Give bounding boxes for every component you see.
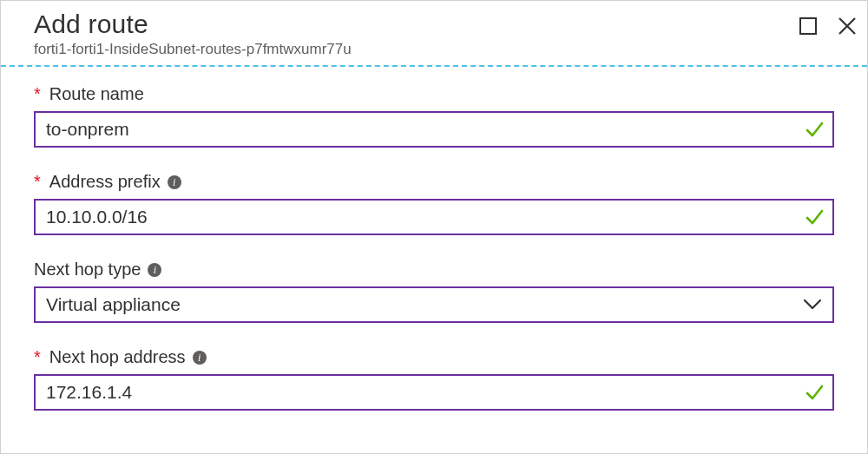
info-icon[interactable]: i [148, 263, 161, 277]
next-hop-type-value: Virtual appliance [46, 294, 181, 315]
next-hop-address-label: * Next hop address i [34, 347, 834, 367]
route-name-label-text: Route name [49, 84, 144, 104]
field-route-name: * Route name [34, 84, 834, 148]
next-hop-address-label-text: Next hop address [49, 347, 186, 367]
info-icon[interactable]: i [168, 175, 181, 189]
next-hop-address-input[interactable] [46, 382, 822, 403]
add-route-form: * Route name * Address prefix i Next hop… [1, 67, 867, 411]
next-hop-type-select[interactable]: Virtual appliance [34, 286, 834, 323]
next-hop-type-label-text: Next hop type [34, 260, 141, 280]
chevron-down-icon [803, 299, 822, 311]
header-actions [799, 16, 857, 36]
required-indicator: * [34, 172, 41, 192]
route-name-control [34, 111, 834, 148]
valid-check-icon [805, 120, 824, 139]
info-icon[interactable]: i [193, 351, 207, 365]
page-title: Add route [34, 10, 834, 39]
blade-header: Add route forti1-forti1-InsideSubnet-rou… [1, 1, 867, 58]
valid-check-icon [805, 383, 824, 402]
field-address-prefix: * Address prefix i [34, 172, 834, 235]
route-name-label: * Route name [34, 84, 834, 104]
maximize-icon[interactable] [799, 17, 817, 35]
address-prefix-label-text: Address prefix [49, 172, 161, 192]
address-prefix-control [34, 199, 834, 235]
close-icon[interactable] [838, 16, 857, 36]
field-next-hop-type: Next hop type i Virtual appliance [34, 260, 834, 323]
field-next-hop-address: * Next hop address i [34, 347, 834, 411]
required-indicator: * [34, 347, 41, 367]
route-name-input[interactable] [46, 119, 822, 140]
valid-check-icon [805, 207, 824, 227]
required-indicator: * [34, 84, 41, 104]
address-prefix-input[interactable] [46, 207, 822, 227]
breadcrumb: forti1-forti1-InsideSubnet-routes-p7fmtw… [34, 41, 834, 58]
next-hop-type-label: Next hop type i [34, 260, 834, 280]
address-prefix-label: * Address prefix i [34, 172, 834, 192]
next-hop-address-control [34, 374, 834, 411]
